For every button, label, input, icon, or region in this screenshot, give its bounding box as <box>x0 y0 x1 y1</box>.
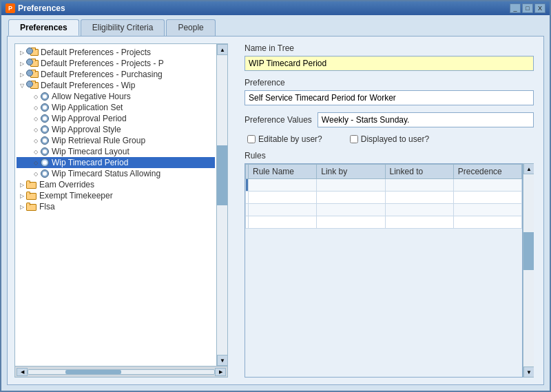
tree-label: Wip Retrieval Rule Group <box>52 136 145 145</box>
cell-linked-to[interactable] <box>385 192 453 204</box>
gear-icon <box>40 114 50 123</box>
expand-arrow: ◇ <box>32 147 40 156</box>
tree-label: Wip Timecard Status Allowing <box>52 169 160 178</box>
expand-arrow: ◇ <box>32 114 40 123</box>
hscroll-right-button[interactable]: ▶ <box>215 368 226 376</box>
cell-linked-to[interactable] <box>385 179 453 192</box>
tab-people[interactable]: People <box>166 19 215 36</box>
cell-precedence[interactable] <box>453 216 521 229</box>
cell-precedence[interactable] <box>453 179 521 192</box>
tree-item-wip-tc-status[interactable]: ◇ Wip Timecard Status Allowing <box>17 168 215 179</box>
tab-preferences[interactable]: Preferences <box>8 19 79 36</box>
cell-precedence[interactable] <box>453 204 521 216</box>
gear-icon <box>40 103 50 112</box>
expand-arrow: ▷ <box>18 203 26 211</box>
rules-scroll-down-button[interactable]: ▼ <box>523 367 534 378</box>
col-precedence: Precedence <box>453 165 521 179</box>
gear-icon <box>40 125 50 134</box>
editable-by-user-label: Editable by user? <box>258 134 322 144</box>
window-title: Preferences <box>18 3 65 13</box>
window-icon: P <box>6 3 15 13</box>
tree-item-wip-tc-period[interactable]: ◇ Wip Timecard Period <box>17 157 215 168</box>
tree-label: Exempt Timekeeper <box>39 191 113 200</box>
tree-label: Allow Negative Hours <box>52 92 131 101</box>
preference-values-input[interactable] <box>318 112 534 127</box>
cell-link-by[interactable] <box>317 216 385 229</box>
rules-label: Rules <box>245 151 534 161</box>
main-content: ▷ Default Preferences - Projects ▷ Defau… <box>7 36 544 385</box>
tree-item-wip-approval-period[interactable]: ◇ Wip Approval Period <box>17 113 215 124</box>
tree-item-allow-neg[interactable]: ◇ Allow Negative Hours <box>17 91 215 102</box>
expand-arrow: ▷ <box>18 180 26 189</box>
cell-precedence[interactable] <box>453 192 521 204</box>
cell-link-by[interactable] <box>317 204 385 216</box>
tree-item-dp-projects-p[interactable]: ▷ Default Preferences - Projects - P <box>17 58 215 69</box>
displayed-to-user-checkbox[interactable] <box>350 135 358 143</box>
preference-label: Preference <box>245 78 534 87</box>
table-header-row: Rule Name Link by Linked to Precedence <box>246 165 522 179</box>
preference-values-row: Preference Values <box>245 112 534 127</box>
displayed-to-user-checkbox-item: Displayed to user? <box>350 134 429 144</box>
hscroll-thumb <box>65 370 121 374</box>
tree-label: Wip Approval Style <box>52 125 121 134</box>
name-in-tree-label: Name in Tree <box>245 43 534 53</box>
maximize-button[interactable]: □ <box>522 3 533 13</box>
cell-rule-name[interactable] <box>249 179 317 192</box>
tree-inner[interactable]: ▷ Default Preferences - Projects ▷ Defau… <box>15 44 216 366</box>
tree-label: Default Preferences - Wip <box>41 81 135 90</box>
expand-arrow: ▷ <box>18 70 26 79</box>
tree-label: Eam Overrides <box>39 180 94 189</box>
cell-linked-to[interactable] <box>385 204 453 216</box>
col-rule-name: Rule Name <box>249 165 317 179</box>
tree-item-flsa[interactable]: ▷ Flsa <box>17 201 215 212</box>
scroll-down-button[interactable]: ▼ <box>217 355 227 366</box>
tree-item-wip-app-set[interactable]: ◇ Wip Application Set <box>17 102 215 113</box>
preference-input[interactable] <box>245 90 534 105</box>
cell-rule-name[interactable] <box>249 204 317 216</box>
editable-by-user-checkbox-item: Editable by user? <box>247 134 322 144</box>
rules-scroll-up-button[interactable]: ▲ <box>523 163 534 174</box>
gear-folder-icon <box>26 70 39 79</box>
minimize-button[interactable]: _ <box>510 3 521 13</box>
tree-item-wip-tc-layout[interactable]: ◇ Wip Timecard Layout <box>17 146 215 157</box>
gear-icon <box>40 158 50 167</box>
tree-hscrollbar[interactable]: ◀ ▶ <box>15 366 227 377</box>
editable-by-user-checkbox[interactable] <box>247 135 256 143</box>
expand-arrow: ▷ <box>18 48 26 56</box>
preference-values-label: Preference Values <box>245 115 312 125</box>
title-bar: P Preferences _ □ X <box>1 1 550 15</box>
expand-arrow: ◇ <box>32 103 40 112</box>
cell-link-by[interactable] <box>317 179 385 192</box>
name-in-tree-input[interactable] <box>245 56 534 71</box>
rules-scroll-thumb <box>523 232 534 271</box>
tree-label: Wip Timecard Layout <box>52 147 129 156</box>
cell-link-by[interactable] <box>317 192 385 204</box>
gear-icon <box>40 136 50 145</box>
hscroll-left-button[interactable]: ◀ <box>17 368 28 376</box>
gear-folder-icon <box>26 48 39 57</box>
rules-vscrollbar[interactable]: ▲ ▼ <box>523 163 534 378</box>
expand-arrow: ▷ <box>18 192 26 200</box>
tree-item-dp-purchasing[interactable]: ▷ Default Preferences - Purchasing <box>17 69 215 80</box>
tree-item-dp-projects[interactable]: ▷ Default Preferences - Projects <box>17 47 215 58</box>
scroll-up-button[interactable]: ▲ <box>217 44 227 55</box>
tree-panel: ▷ Default Preferences - Projects ▷ Defau… <box>14 43 228 378</box>
cell-rule-name[interactable] <box>249 216 317 229</box>
cell-rule-name[interactable] <box>249 192 317 204</box>
tree-label: Wip Application Set <box>52 103 123 112</box>
folder-icon <box>26 192 37 200</box>
tree-vscrollbar[interactable]: ▲ ▼ <box>216 44 227 366</box>
close-button[interactable]: X <box>534 3 545 13</box>
hscroll-track <box>28 369 215 375</box>
tab-eligibility-criteria[interactable]: Eligibility Criteria <box>81 19 165 36</box>
tree-item-dp-wip[interactable]: ▽ Default Preferences - Wip <box>17 80 215 91</box>
scroll-thumb <box>217 145 227 205</box>
folder-icon <box>26 203 37 211</box>
tree-item-exempt[interactable]: ▷ Exempt Timekeeper <box>17 190 215 201</box>
tree-item-wip-approval-style[interactable]: ◇ Wip Approval Style <box>17 124 215 135</box>
cell-linked-to[interactable] <box>385 216 453 229</box>
tree-with-scroll: ▷ Default Preferences - Projects ▷ Defau… <box>15 44 227 366</box>
expand-arrow: ◇ <box>32 125 40 134</box>
tree-item-eam[interactable]: ▷ Eam Overrides <box>17 179 215 190</box>
tree-item-wip-retrieval[interactable]: ◇ Wip Retrieval Rule Group <box>17 135 215 146</box>
